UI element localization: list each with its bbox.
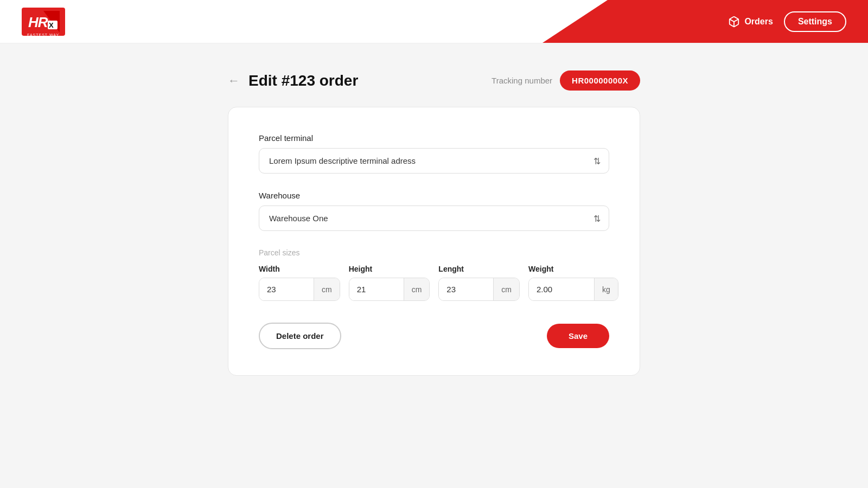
width-input[interactable] [259,278,314,300]
weight-group: Weight kg [528,265,618,301]
parcel-sizes-section: Parcel sizes Width cm Height cm [259,248,609,301]
height-input-wrapper: cm [349,278,430,301]
warehouse-section: Warehouse Warehouse One ⇅ [259,191,609,231]
weight-unit: kg [594,278,618,300]
page-header: ← Edit #123 order Tracking number HR0000… [228,70,640,91]
width-label: Width [259,265,340,273]
form-actions: Delete order Save [259,323,609,349]
svg-text:HR: HR [28,14,48,30]
weight-input-wrapper: kg [528,278,618,301]
parcel-terminal-label: Parcel terminal [259,133,609,143]
orders-label: Orders [744,17,773,27]
weight-input[interactable] [529,278,594,300]
tracking-label: Tracking number [492,76,552,85]
svg-text:X: X [49,21,54,29]
page-title: Edit #123 order [248,72,358,89]
parcel-terminal-section: Parcel terminal Lorem Ipsum descriptive … [259,133,609,174]
main-content: ← Edit #123 order Tracking number HR0000… [0,43,868,403]
height-label: Height [349,265,430,273]
delete-order-button[interactable]: Delete order [259,323,341,349]
length-unit: cm [493,278,519,300]
length-input[interactable] [439,278,493,300]
logo-tagline: FASTEST WAY [27,33,59,37]
warehouse-wrapper: Warehouse One ⇅ [259,206,609,231]
height-unit: cm [404,278,430,300]
warehouse-label: Warehouse [259,191,609,200]
width-group: Width cm [259,265,340,301]
warehouse-select[interactable]: Warehouse One [259,206,609,231]
header-nav: Orders Settings [728,11,846,32]
weight-label: Weight [528,265,618,273]
header: HR X FASTEST WAY Orders Settings [0,0,868,43]
box-icon [728,16,740,28]
logo: HR X FASTEST WAY [22,8,65,36]
logo-box: HR X [22,8,65,36]
length-group: Lenght cm [438,265,520,301]
width-input-wrapper: cm [259,278,340,301]
parcel-terminal-wrapper: Lorem Ipsum descriptive terminal adress … [259,148,609,174]
back-button[interactable]: ← [228,75,240,87]
length-input-wrapper: cm [438,278,520,301]
save-button[interactable]: Save [547,324,609,348]
height-group: Height cm [349,265,430,301]
tracking-badge: HR00000000X [560,70,640,91]
tracking-group: Tracking number HR00000000X [492,70,640,91]
form-card: Parcel terminal Lorem Ipsum descriptive … [228,107,640,376]
width-unit: cm [314,278,340,300]
title-group: ← Edit #123 order [228,72,358,89]
parcel-dimensions: Width cm Height cm Lenght [259,265,609,301]
height-input[interactable] [349,278,404,300]
length-label: Lenght [438,265,520,273]
orders-nav-item[interactable]: Orders [728,16,773,28]
settings-button[interactable]: Settings [784,11,846,32]
parcel-terminal-select[interactable]: Lorem Ipsum descriptive terminal adress [259,148,609,174]
parcel-sizes-label: Parcel sizes [259,248,609,257]
